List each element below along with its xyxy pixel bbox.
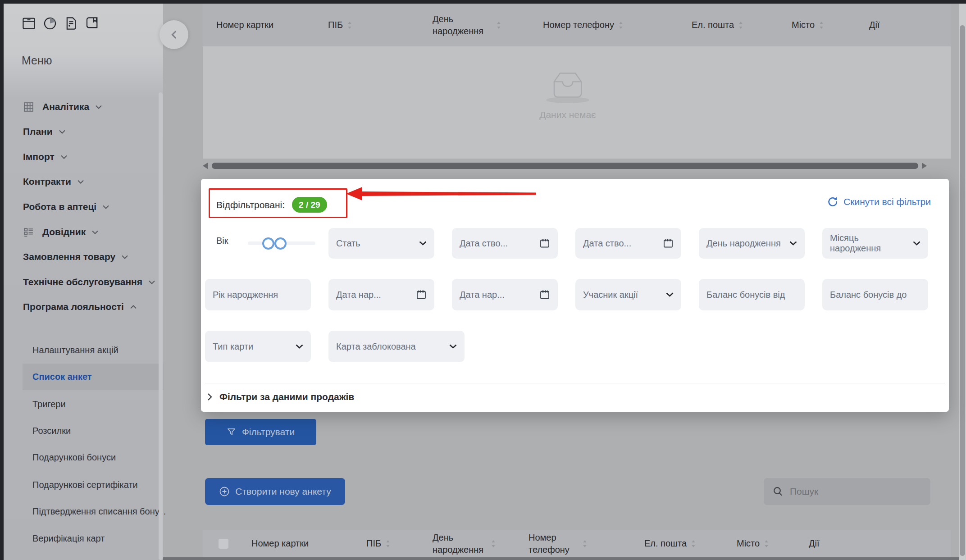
sort-icon	[691, 540, 696, 548]
sidebar-item-loyalty-program[interactable]: Програма лояльності	[23, 300, 137, 313]
sidebar-subitem-promo-settings[interactable]: Налаштування акцій	[32, 344, 118, 356]
sales-filters-expander[interactable]: Фільтри за даними продажів	[207, 392, 354, 402]
annotation-red-box	[209, 188, 347, 218]
age-slider-handle-max[interactable]	[274, 237, 287, 250]
filter-bonus-balance-from[interactable]: Баланс бонусів від	[699, 279, 805, 310]
age-filter-label: Вік	[216, 236, 228, 246]
sort-icon	[386, 540, 390, 548]
chevron-right-icon	[207, 393, 212, 401]
sidebar-subitem-bonus-writeoff-confirm[interactable]: Підтвердження списання бону...	[32, 505, 166, 518]
reset-filters-link[interactable]: Скинути всі фільтри	[827, 196, 931, 208]
sidebar-subitem-questionnaire-list[interactable]: Список анкет	[23, 364, 164, 390]
inbox-icon	[518, 70, 617, 100]
filter-card-blocked[interactable]: Карта заблокована	[328, 331, 465, 362]
book-icon[interactable]	[85, 16, 100, 31]
sidebar: Меню Аналітика Плани Імпорт Контракти Ро…	[4, 4, 163, 560]
column-full-name[interactable]: ПІБ	[366, 537, 433, 550]
chevron-down-icon	[103, 205, 109, 209]
sidebar-subitem-gift-bonuses[interactable]: Подарункові бонуси	[32, 451, 116, 464]
chevron-down-icon	[77, 180, 84, 184]
column-phone[interactable]: Номер телефону	[529, 532, 644, 556]
sort-icon	[491, 540, 496, 548]
sort-icon	[738, 21, 743, 29]
chevron-down-icon	[449, 344, 457, 349]
column-city[interactable]: Місто	[792, 19, 869, 31]
sort-icon	[819, 21, 824, 29]
filter-promo-participant[interactable]: Учасник акції	[575, 279, 681, 310]
filter-panel: Відфільтровані: 2 / 29 Скинути всі фільт…	[201, 179, 949, 412]
bottom-table-header: Номер картки ПІБ День народження Номер т…	[203, 530, 951, 557]
create-questionnaire-button[interactable]: Створити нову анкету	[205, 478, 345, 505]
search-box[interactable]	[764, 478, 930, 505]
archive-icon[interactable]	[22, 16, 36, 31]
filter-birth-date-from[interactable]: Дата нар...	[328, 279, 434, 310]
column-email[interactable]: Ел. пошта	[644, 537, 737, 550]
document-icon[interactable]	[64, 16, 78, 31]
filter-created-date-to[interactable]: Дата ство...	[575, 228, 681, 259]
filter-bonus-balance-to[interactable]: Баланс бонусів до	[822, 279, 928, 310]
list-icon	[23, 227, 34, 238]
sidebar-item-goods-order[interactable]: Замовлення товару	[23, 250, 128, 263]
chevron-down-icon	[122, 255, 128, 259]
chevron-down-icon	[59, 130, 65, 134]
filter-birth-year[interactable]: Рік народження	[205, 279, 311, 310]
sidebar-subitem-card-verification[interactable]: Верифікація карт	[32, 533, 105, 545]
filter-button[interactable]: Фільтрувати	[205, 419, 316, 445]
inbox-shadow	[546, 97, 589, 103]
filter-birth-day[interactable]: День народження	[699, 228, 805, 259]
chevron-down-icon	[913, 241, 920, 246]
column-email[interactable]: Ел. пошта	[692, 19, 792, 31]
sidebar-item-import[interactable]: Імпорт	[23, 150, 67, 163]
column-actions: Дії	[869, 19, 880, 31]
column-phone[interactable]: Номер телефону	[543, 19, 692, 31]
filter-card-type[interactable]: Тип карти	[205, 331, 311, 362]
filter-birth-date-to[interactable]: Дата нар...	[452, 279, 558, 310]
sidebar-top-icons	[22, 16, 100, 31]
chevron-down-icon	[149, 280, 155, 284]
age-slider-handle-min[interactable]	[262, 237, 274, 250]
sidebar-subitem-triggers[interactable]: Тригери	[32, 398, 66, 410]
search-input[interactable]	[789, 486, 903, 497]
calendar-icon	[663, 238, 674, 249]
calendar-icon	[539, 289, 550, 300]
hscroll-right-arrow[interactable]	[922, 163, 927, 169]
sidebar-scrollbar[interactable]	[159, 92, 163, 560]
filter-birth-month[interactable]: Місяць народження	[822, 228, 928, 259]
sidebar-item-directory[interactable]: Довідник	[23, 226, 98, 238]
sidebar-item-plans[interactable]: Плани	[23, 125, 65, 138]
empty-state: Даних немає	[518, 70, 617, 120]
bottom-scrollbar[interactable]	[163, 557, 959, 560]
chevron-down-icon	[296, 344, 303, 349]
horizontal-scrollbar[interactable]	[212, 163, 918, 169]
sidebar-subitem-gift-certificates[interactable]: Подарункові сертифікати	[32, 479, 138, 491]
column-actions: Дії	[809, 537, 820, 550]
column-card-number: Номер картки	[251, 537, 366, 550]
column-birthday[interactable]: День народження	[433, 13, 543, 37]
vertical-scrollbar-thumb[interactable]	[960, 25, 965, 556]
sidebar-item-analytics[interactable]: Аналітика	[23, 100, 102, 113]
column-card-number: Номер картки	[216, 19, 328, 31]
select-all-checkbox[interactable]	[219, 539, 228, 549]
annotation-red-arrow	[345, 185, 536, 202]
sort-icon	[764, 540, 769, 548]
chevron-down-icon	[61, 155, 67, 159]
filter-created-date-from[interactable]: Дата ство...	[452, 228, 558, 259]
filter-gender[interactable]: Стать	[328, 228, 434, 259]
sidebar-collapse-button[interactable]	[159, 20, 188, 49]
calendar-icon	[416, 289, 427, 300]
sidebar-item-contracts[interactable]: Контракти	[23, 175, 84, 188]
column-birthday[interactable]: День народження	[433, 532, 529, 556]
plus-circle-icon	[219, 486, 230, 497]
sidebar-item-pharmacy-work[interactable]: Робота в аптеці	[23, 200, 109, 213]
select-all-checkbox-cell	[212, 539, 251, 549]
column-full-name[interactable]: ПІБ	[328, 19, 433, 31]
hscroll-left-arrow[interactable]	[203, 163, 208, 169]
calendar-icon	[539, 238, 550, 249]
sidebar-subitem-mailings[interactable]: Розсилки	[32, 425, 71, 437]
sidebar-item-maintenance[interactable]: Технічне обслуговування	[23, 276, 155, 288]
column-city[interactable]: Місто	[737, 537, 809, 550]
refresh-icon	[827, 196, 838, 208]
pie-chart-icon[interactable]	[43, 16, 57, 31]
sidebar-title: Меню	[22, 54, 52, 67]
sort-icon	[583, 540, 587, 548]
